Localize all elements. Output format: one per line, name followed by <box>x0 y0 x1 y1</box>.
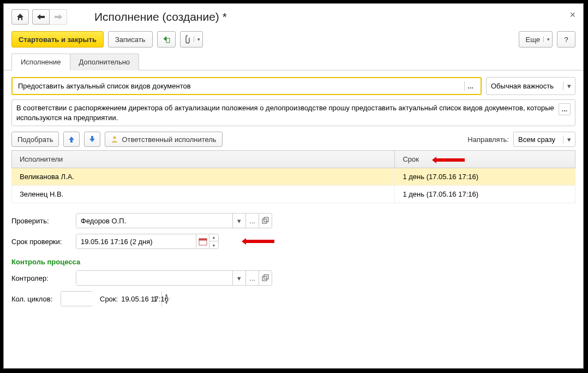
section-control-title: Контроль процесса <box>11 258 575 266</box>
check-due-label: Срок проверки: <box>11 238 73 246</box>
table-row[interactable]: Зеленец Н.В. 1 день (17.05.16 17:16) <box>12 186 575 203</box>
priority-combo[interactable]: Обычная важность ▾ <box>486 77 575 95</box>
control-due-value: 19.05.16 17:16 <box>121 295 169 303</box>
chevron-down-icon[interactable]: ▾ <box>563 135 575 144</box>
executor-name: Великанова Л.А. <box>12 168 395 186</box>
controller-field: ▾ ... <box>76 270 272 286</box>
controller-input[interactable] <box>76 271 232 285</box>
check-label: Проверить: <box>11 217 73 225</box>
subject-select-button[interactable]: ... <box>464 81 476 91</box>
svg-rect-0 <box>166 38 170 43</box>
executor-due: 1 день (17.05.16 17:16) <box>395 186 575 203</box>
attach-button[interactable] <box>180 31 203 48</box>
check-due-field: ▲ ▼ <box>76 234 219 249</box>
arrow-annotation-icon <box>242 238 274 245</box>
responsible-executor-button[interactable]: Ответственный исполнитель <box>105 132 222 147</box>
calendar-icon[interactable] <box>196 234 209 248</box>
svg-rect-7 <box>264 275 268 279</box>
forward-button[interactable] <box>50 9 67 25</box>
col-executors[interactable]: Исполнители <box>12 151 395 168</box>
home-button[interactable] <box>11 9 29 25</box>
description-text[interactable]: В соответствии с распоряжением директора… <box>16 103 555 122</box>
direct-combo[interactable]: Всем сразу ▾ <box>513 132 575 147</box>
arrow-annotation-icon <box>432 156 465 162</box>
svg-rect-2 <box>262 219 267 223</box>
start-and-close-button[interactable]: Стартовать и закрыть <box>11 31 104 48</box>
save-button[interactable]: Записать <box>108 31 153 48</box>
subject-field-wrapper: ... <box>11 77 482 95</box>
move-down-button[interactable] <box>84 132 100 147</box>
direct-value: Всем сразу <box>514 134 563 145</box>
tab-execution[interactable]: Исполнение <box>11 54 70 70</box>
checker-field: ▾ ... <box>76 213 272 228</box>
col-due[interactable]: Срок <box>395 151 575 168</box>
table-row[interactable]: Великанова Л.А. 1 день (17.05.16 17:16) <box>12 168 575 186</box>
controller-label: Контролер: <box>11 274 73 282</box>
priority-value: Обычная важность <box>487 79 563 93</box>
send-button[interactable] <box>157 31 176 48</box>
svg-point-1 <box>113 137 116 139</box>
pick-button[interactable]: Подобрать <box>11 132 59 147</box>
spin-buttons[interactable]: ▲ ▼ <box>209 234 218 249</box>
move-up-button[interactable] <box>63 132 80 147</box>
checker-input[interactable] <box>76 214 232 228</box>
executor-name: Зеленец Н.В. <box>12 186 395 203</box>
tab-additional[interactable]: Дополнительно <box>70 54 140 70</box>
control-due-label: Срок: <box>100 295 118 303</box>
help-button[interactable]: ? <box>557 31 575 48</box>
direct-label: Направлять: <box>467 135 509 144</box>
description-expand-button[interactable]: ... <box>559 103 571 115</box>
svg-rect-3 <box>264 217 268 222</box>
executors-table: Исполнители Срок Великанова Л.А. 1 день … <box>11 150 575 203</box>
spin-up-icon[interactable]: ▲ <box>209 234 218 241</box>
back-button[interactable] <box>32 9 50 25</box>
open-icon[interactable] <box>259 214 272 228</box>
open-icon[interactable] <box>259 271 272 285</box>
chevron-down-icon[interactable]: ▾ <box>232 214 245 228</box>
responsible-label: Ответственный исполнитель <box>122 135 216 144</box>
chevron-down-icon[interactable]: ▾ <box>232 271 245 285</box>
chevron-down-icon[interactable]: ▾ <box>563 82 575 90</box>
check-due-input[interactable] <box>76 234 196 248</box>
subject-input[interactable] <box>17 81 464 91</box>
svg-rect-6 <box>262 276 267 281</box>
window-title: Исполнение (создание) * <box>94 10 227 23</box>
svg-rect-5 <box>199 239 207 240</box>
executor-due: 1 день (17.05.16 17:16) <box>395 168 575 186</box>
ellipsis-button[interactable]: ... <box>245 214 259 228</box>
cycles-field: ▲ ▼ <box>61 291 93 306</box>
ellipsis-button[interactable]: ... <box>245 271 259 285</box>
cycles-label: Кол. циклов: <box>11 295 57 303</box>
col-due-label: Срок <box>403 155 419 163</box>
spin-down-icon[interactable]: ▼ <box>209 241 218 249</box>
close-icon[interactable]: × <box>569 9 575 21</box>
more-button[interactable]: Еще <box>519 31 553 48</box>
